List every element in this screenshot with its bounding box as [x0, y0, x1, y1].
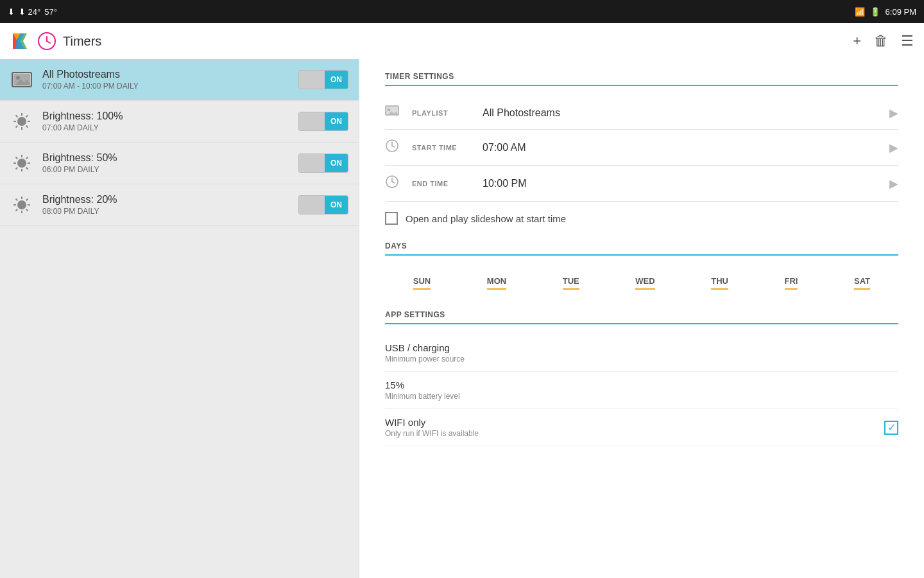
svg-line-35	[26, 209, 28, 211]
brightness-50-text: Brightness: 50% 06:00 PM DAILY	[42, 152, 298, 174]
brightness-50-toggle[interactable]: ON	[298, 153, 348, 173]
app-settings-header: APP SETTINGS	[385, 310, 898, 324]
svg-line-25	[16, 157, 18, 159]
end-time-label: END TIME	[412, 180, 483, 188]
app-bar-actions: + 🗑 ☰	[853, 33, 914, 49]
list-item-brightness-20[interactable]: Brightness: 20% 08:00 PM DAILY ON	[0, 184, 359, 226]
end-time-row[interactable]: END TIME 10:00 PM ▶	[385, 166, 898, 202]
brightness-20-title: Brightness: 20%	[42, 194, 298, 206]
svg-line-36	[26, 199, 28, 201]
wifi-checkbox[interactable]: ✓	[884, 421, 898, 435]
battery-setting-text: 15% Minimum battery level	[385, 380, 460, 401]
toggle-on-part: ON	[325, 196, 348, 214]
day-tue[interactable]: TUE	[563, 276, 579, 290]
status-bar: ⬇ ⬇ 24° 57° 📶 🔋 6:09 PM	[0, 0, 924, 23]
slideshow-checkbox[interactable]	[385, 212, 398, 225]
brightness-20-toggle[interactable]: ON	[298, 195, 348, 215]
brightness-50-subtitle: 06:00 PM DAILY	[42, 165, 298, 174]
svg-line-18	[26, 116, 28, 118]
start-time-row[interactable]: START TIME 07:00 AM ▶	[385, 130, 898, 166]
app-setting-usb[interactable]: USB / charging Minimum power source	[385, 335, 898, 372]
toggle-on-part: ON	[325, 71, 348, 89]
photostream-item-title: All Photostreams	[42, 69, 298, 80]
add-timer-button[interactable]: +	[853, 33, 861, 49]
app-setting-wifi[interactable]: WIFI only Only run if WIFI is available …	[385, 409, 898, 446]
start-time-clock-icon	[385, 139, 403, 156]
day-wed[interactable]: WED	[635, 276, 654, 290]
svg-line-34	[16, 199, 18, 201]
day-tue-label: TUE	[563, 276, 579, 286]
day-thu-underline	[711, 288, 728, 290]
day-fri[interactable]: FRI	[785, 276, 798, 290]
timer-settings-header: TIMER SETTINGS	[385, 72, 898, 86]
menu-button[interactable]: ☰	[901, 33, 914, 49]
wifi-sub-text: Only run if WIFI is available	[385, 429, 479, 438]
app-bar: Timers + 🗑 ☰	[0, 23, 924, 59]
svg-point-20	[17, 159, 26, 168]
app-settings-section: APP SETTINGS USB / charging Minimum powe…	[385, 310, 898, 446]
photostream-toggle[interactable]: ON	[298, 70, 348, 89]
slideshow-checkbox-row[interactable]: Open and play slideshow at start time	[385, 202, 898, 235]
slideshow-checkbox-label: Open and play slideshow at start time	[406, 213, 566, 224]
brightness-100-icon	[10, 110, 33, 133]
clock-time: 6:09 PM	[886, 7, 916, 17]
day-sat-underline	[854, 288, 870, 290]
status-right: 📶 🔋 6:09 PM	[855, 7, 916, 17]
list-item-all-photostreams[interactable]: All Photostreams 07:00 AM - 10:00 PM DAI…	[0, 59, 359, 101]
svg-line-26	[26, 168, 28, 170]
timer-list-panel: All Photostreams 07:00 AM - 10:00 PM DAI…	[0, 59, 359, 578]
temp-extra: 57°	[44, 7, 57, 17]
download-icon: ⬇	[8, 7, 15, 17]
main-layout: All Photostreams 07:00 AM - 10:00 PM DAI…	[0, 59, 924, 578]
temperature: ⬇ 24°	[19, 7, 40, 17]
svg-line-17	[26, 126, 28, 128]
photostream-item-text: All Photostreams 07:00 AM - 10:00 PM DAI…	[42, 69, 298, 91]
day-sun-label: SUN	[413, 276, 431, 286]
day-tue-underline	[563, 288, 579, 290]
svg-line-28	[16, 168, 18, 170]
brightness-20-text: Brightness: 20% 08:00 PM DAILY	[42, 194, 298, 216]
brightness-100-toggle[interactable]: ON	[298, 112, 348, 131]
day-thu[interactable]: THU	[711, 276, 728, 290]
timer-settings-panel: TIMER SETTINGS PLAYLIST All Photostreams…	[359, 59, 924, 578]
day-mon-underline	[487, 288, 506, 290]
list-item-brightness-100[interactable]: Brightness: 100% 07:00 AM DAILY ON	[0, 101, 359, 143]
day-wed-underline	[635, 288, 654, 290]
playlist-arrow: ▶	[889, 106, 898, 120]
photostream-item-icon	[10, 68, 33, 91]
brightness-20-icon	[10, 193, 33, 216]
svg-line-19	[16, 126, 18, 128]
playlist-icon	[385, 105, 403, 120]
usb-main-text: USB / charging	[385, 342, 465, 353]
days-section: DAYS SUN MON TUE WED	[385, 241, 898, 295]
brightness-100-title: Brightness: 100%	[42, 110, 298, 122]
end-time-clock-icon	[385, 175, 403, 192]
battery-icon: 🔋	[870, 7, 880, 17]
list-item-brightness-50[interactable]: Brightness: 50% 06:00 PM DAILY ON	[0, 143, 359, 184]
start-time-value: 07:00 AM	[483, 142, 884, 153]
day-wed-label: WED	[635, 276, 654, 286]
app-logo-icon	[10, 31, 31, 51]
day-sat[interactable]: SAT	[854, 276, 870, 290]
battery-sub-text: Minimum battery level	[385, 392, 460, 401]
svg-point-29	[17, 200, 26, 209]
day-sun[interactable]: SUN	[413, 276, 431, 290]
playlist-value: All Photostreams	[483, 107, 884, 119]
app-bar-left: Timers	[10, 31, 101, 51]
day-mon[interactable]: MON	[487, 276, 506, 290]
day-thu-label: THU	[711, 276, 728, 286]
day-sun-underline	[413, 288, 431, 290]
brightness-100-text: Brightness: 100% 07:00 AM DAILY	[42, 110, 298, 132]
toggle-off-part	[299, 112, 325, 130]
battery-main-text: 15%	[385, 380, 460, 390]
wifi-setting-text: WIFI only Only run if WIFI is available	[385, 417, 479, 438]
playlist-row[interactable]: PLAYLIST All Photostreams ▶	[385, 96, 898, 130]
toggle-off-part	[299, 196, 325, 214]
start-time-arrow: ▶	[889, 141, 898, 155]
app-setting-battery[interactable]: 15% Minimum battery level	[385, 372, 898, 409]
brightness-50-icon	[10, 152, 33, 175]
delete-timer-button[interactable]: 🗑	[874, 33, 888, 49]
playlist-label: PLAYLIST	[412, 109, 483, 117]
svg-point-9	[16, 76, 20, 80]
svg-line-27	[26, 157, 28, 159]
